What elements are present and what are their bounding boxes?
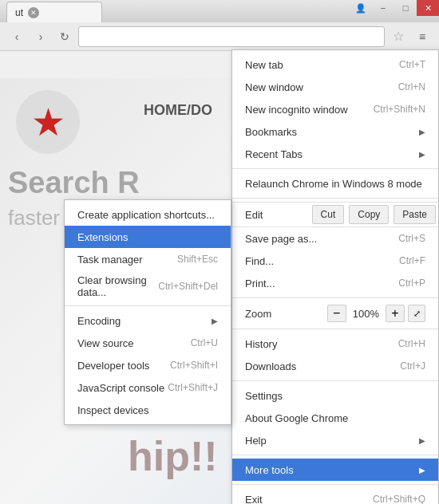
maximize-icon: □ (403, 3, 409, 13)
reload-button[interactable]: ↻ (54, 26, 75, 47)
menu-icon: ≡ (419, 30, 425, 43)
menu-item-task-manager[interactable]: Task manager Shift+Esc (65, 248, 231, 270)
back-button[interactable]: ‹ (6, 26, 27, 47)
new-tab-shortcut: Ctrl+T (399, 59, 425, 70)
menu-item-settings[interactable]: Settings (232, 384, 438, 407)
menu-item-relaunch[interactable]: Relaunch Chrome in Windows 8 mode (232, 172, 438, 195)
incognito-label: New incognito window (245, 104, 374, 116)
find-shortcut: Ctrl+F (399, 255, 425, 266)
main-separator-4 (232, 329, 438, 329)
new-window-shortcut: Ctrl+N (398, 81, 425, 93)
developer-tools-label: Developer tools (77, 360, 170, 372)
menu-item-encoding[interactable]: Encoding ▶ (65, 309, 231, 332)
help-arrow: ▶ (419, 436, 425, 445)
edit-row: Edit Cut Copy Paste (232, 202, 438, 227)
chrome-menu-button[interactable]: ≡ (412, 26, 433, 47)
menu-item-save-page[interactable]: Save page as... Ctrl+S (232, 227, 438, 250)
paste-button[interactable]: Paste (394, 205, 436, 224)
zoom-fullscreen-button[interactable]: ⤢ (408, 305, 425, 322)
forward-button[interactable]: › (30, 26, 51, 47)
zoom-out-button[interactable]: − (327, 305, 346, 322)
view-source-shortcut: Ctrl+U (191, 337, 218, 348)
menu-item-inspect-devices[interactable]: Inspect devices (65, 399, 231, 421)
clear-browsing-shortcut: Ctrl+Shift+Del (158, 281, 218, 292)
recent-tabs-arrow: ▶ (419, 150, 425, 159)
menu-item-print[interactable]: Print... Ctrl+P (232, 272, 438, 294)
menu-item-bookmarks[interactable]: Bookmarks ▶ (232, 120, 438, 143)
zoom-row: Zoom − 100% + ⤢ (232, 301, 438, 325)
extensions-label: Extensions (77, 231, 218, 243)
bookmarks-label: Bookmarks (245, 126, 419, 138)
dropdown-overlay: Create application shortcuts... Extensio… (64, 49, 439, 504)
browser-tab[interactable]: ut ✕ (6, 2, 102, 22)
more-tools-label: More tools (245, 464, 419, 476)
tab-close-button[interactable]: ✕ (28, 7, 39, 18)
menu-item-extensions[interactable]: Extensions (65, 226, 231, 248)
browser-chrome: ut ✕ 👤 − □ ✕ ‹ › ↻ ☆ ≡ (0, 0, 439, 51)
find-label: Find... (245, 255, 399, 267)
menu-item-history[interactable]: History Ctrl+H (232, 333, 438, 355)
main-separator-2 (232, 198, 438, 199)
menu-item-clear-browsing[interactable]: Clear browsing data... Ctrl+Shift+Del (65, 270, 231, 302)
address-bar[interactable] (78, 26, 385, 47)
save-page-label: Save page as... (245, 233, 398, 245)
clear-browsing-label: Clear browsing data... (77, 274, 158, 298)
menu-item-downloads[interactable]: Downloads Ctrl+J (232, 355, 438, 377)
print-shortcut: Ctrl+P (398, 278, 425, 289)
menu-item-developer-tools[interactable]: Developer tools Ctrl+Shift+I (65, 354, 231, 376)
tab-label: ut (15, 7, 23, 18)
zoom-minus-icon: − (333, 306, 340, 321)
inspect-devices-label: Inspect devices (77, 404, 218, 416)
menu-item-help[interactable]: Help ▶ (232, 429, 438, 451)
minimize-button[interactable]: − (372, 0, 394, 16)
menu-item-find[interactable]: Find... Ctrl+F (232, 250, 438, 272)
create-shortcuts-label: Create application shortcuts... (77, 209, 218, 221)
history-label: History (245, 338, 398, 350)
settings-label: Settings (245, 390, 425, 402)
about-label: About Google Chrome (245, 412, 425, 424)
menu-item-more-tools[interactable]: More tools ▶ (232, 459, 438, 481)
cut-button[interactable]: Cut (312, 205, 345, 224)
bookmark-button[interactable]: ☆ (388, 26, 409, 47)
minimize-icon: − (381, 3, 386, 13)
zoom-in-button[interactable]: + (386, 305, 405, 322)
copy-button[interactable]: Copy (349, 205, 389, 224)
incognito-shortcut: Ctrl+Shift+N (374, 104, 425, 115)
main-separator-3 (232, 297, 438, 298)
more-tools-arrow: ▶ (419, 466, 425, 474)
menu-item-recent-tabs[interactable]: Recent Tabs ▶ (232, 143, 438, 165)
menu-item-new-window[interactable]: New window Ctrl+N (232, 76, 438, 98)
navigation-bar: ‹ › ↻ ☆ ≡ (0, 22, 439, 51)
javascript-console-shortcut: Ctrl+Shift+J (168, 382, 218, 393)
developer-tools-shortcut: Ctrl+Shift+I (170, 360, 218, 371)
task-manager-label: Task manager (77, 254, 177, 266)
main-separator-5 (232, 380, 438, 381)
menu-item-exit[interactable]: Exit Ctrl+Shift+Q (232, 488, 438, 504)
user-icon: 👤 (355, 3, 366, 14)
zoom-label: Zoom (245, 308, 327, 320)
main-separator-7 (232, 484, 438, 485)
encoding-label: Encoding (77, 315, 212, 327)
star-logo-icon: ★ (31, 100, 65, 144)
submenu-separator-1 (65, 305, 231, 306)
menu-item-view-source[interactable]: View source Ctrl+U (65, 332, 231, 354)
user-account-button[interactable]: 👤 (350, 0, 372, 16)
zoom-expand-icon: ⤢ (413, 309, 421, 319)
menu-item-about[interactable]: About Google Chrome (232, 407, 438, 429)
save-page-shortcut: Ctrl+S (398, 233, 425, 244)
more-tools-submenu: Create application shortcuts... Extensio… (64, 199, 231, 425)
menu-item-new-tab[interactable]: New tab Ctrl+T (232, 53, 438, 76)
menu-item-create-shortcuts[interactable]: Create application shortcuts... (65, 203, 231, 226)
star-icon: ☆ (393, 29, 404, 44)
menu-item-incognito[interactable]: New incognito window Ctrl+Shift+N (232, 98, 438, 120)
new-tab-label: New tab (245, 59, 399, 71)
relaunch-label: Relaunch Chrome in Windows 8 mode (245, 178, 425, 190)
close-button[interactable]: ✕ (417, 0, 439, 16)
maximize-button[interactable]: □ (394, 0, 417, 16)
javascript-console-label: JavaScript console (77, 382, 168, 394)
edit-label: Edit (232, 206, 310, 224)
print-label: Print... (245, 278, 398, 289)
main-separator-6 (232, 455, 438, 455)
menu-item-javascript-console[interactable]: JavaScript console Ctrl+Shift+J (65, 376, 231, 399)
help-label: Help (245, 435, 419, 447)
